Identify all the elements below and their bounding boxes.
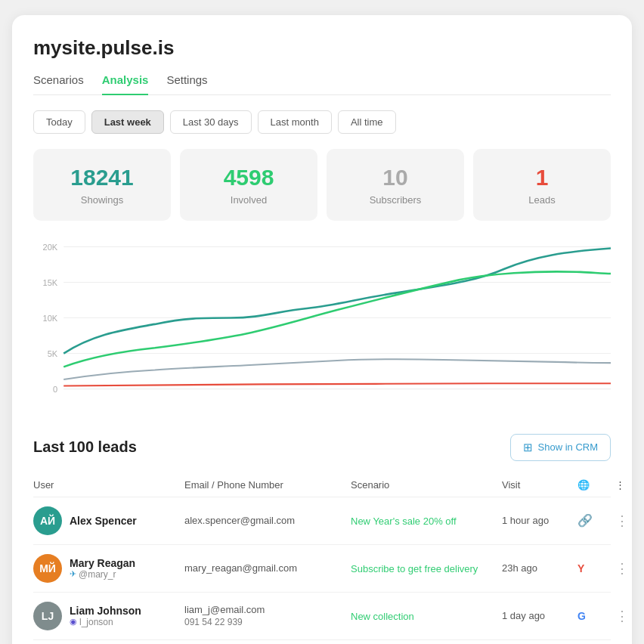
user-info-mary: Mary Reagan ✈ @mary_r (70, 557, 135, 580)
table-header: User Email / Phone Number Scenario Visit… (33, 473, 611, 497)
scenario-link-liam[interactable]: New collection (351, 611, 414, 622)
messenger-icon: ◉ (70, 617, 77, 627)
avatar-liam: LJ (33, 602, 62, 630)
svg-text:0: 0 (53, 384, 57, 393)
visit-mary: 23h ago (502, 562, 577, 574)
table-row: АЙ Alex Spencer alex.spencer@gmail.com N… (33, 497, 611, 545)
svg-text:10K: 10K (43, 313, 58, 322)
avatar-alex: АЙ (33, 506, 62, 535)
table-row: LJ Liam Johnson ◉ l_jonson liam_j@email.… (33, 593, 611, 640)
user-name-alex: Alex Spencer (70, 515, 137, 527)
tab-settings[interactable]: Settings (166, 73, 207, 95)
tab-scenarios[interactable]: Scenarios (33, 73, 84, 95)
stat-subscribers-value: 10 (339, 164, 452, 191)
avatar-mary: МЙ (33, 554, 62, 583)
col-more: ⋮ (615, 479, 638, 491)
chart: 20K 15K 10K 5K 0 (33, 239, 611, 413)
user-name-liam: Liam Johnson (70, 605, 141, 617)
crm-icon: ⊞ (523, 441, 533, 454)
show-crm-label: Show in CRM (538, 441, 598, 453)
user-cell-liam: LJ Liam Johnson ◉ l_jonson (33, 602, 184, 630)
time-filters: Today Last week Last 30 days Last month … (33, 110, 611, 134)
filter-last-month[interactable]: Last month (258, 110, 332, 134)
col-user: User (33, 479, 184, 491)
stat-showings-value: 18241 (45, 164, 159, 191)
source-liam: G (577, 610, 615, 622)
table-row: МЙ Mary Reagan ✈ @mary_r mary_reagan@gma… (33, 545, 611, 593)
filter-today[interactable]: Today (33, 110, 85, 134)
tab-analysis[interactable]: Analysis (102, 73, 149, 95)
visit-liam: 1 day ago (502, 610, 577, 621)
stat-subscribers-label: Subscribers (339, 194, 452, 206)
tabs: Scenarios Analysis Settings (33, 73, 611, 95)
stat-involved: 4598 Involved (180, 149, 317, 221)
scenario-mary[interactable]: Subscribe to get free delivery (351, 562, 502, 575)
scenario-liam[interactable]: New collection (351, 609, 502, 623)
user-cell-mary: МЙ Mary Reagan ✈ @mary_r (33, 554, 184, 583)
filter-last-week[interactable]: Last week (91, 110, 164, 134)
col-email: Email / Phone Number (184, 479, 351, 491)
email-alex: alex.spencer@gmail.com (184, 515, 351, 526)
stat-showings: 18241 Showings (33, 149, 171, 221)
stat-leads: 1 Leads (473, 149, 611, 221)
svg-text:5K: 5K (48, 348, 58, 358)
email-liam: liam_j@email.com 091 54 22 939 (184, 604, 351, 627)
filter-last-30[interactable]: Last 30 days (170, 110, 252, 134)
stat-leads-value: 1 (485, 164, 599, 191)
user-handle-mary: ✈ @mary_r (70, 569, 135, 580)
col-source: 🌐 (577, 479, 615, 491)
col-visit: Visit (502, 479, 577, 491)
stat-involved-value: 4598 (192, 164, 305, 191)
svg-text:15K: 15K (43, 277, 58, 286)
scenario-link-alex[interactable]: New Year's sale 20% off (351, 516, 457, 527)
stat-leads-label: Leads (485, 194, 599, 206)
chart-svg: 20K 15K 10K 5K 0 (33, 239, 611, 413)
more-liam[interactable]: ⋮ (615, 608, 638, 624)
svg-text:20K: 20K (43, 242, 58, 251)
scenario-link-mary[interactable]: Subscribe to get free delivery (351, 563, 478, 574)
more-alex[interactable]: ⋮ (615, 512, 638, 529)
user-info-liam: Liam Johnson ◉ l_jonson (70, 605, 141, 627)
telegram-icon: ✈ (70, 569, 76, 579)
user-info-alex: Alex Spencer (70, 515, 137, 527)
scenario-alex[interactable]: New Year's sale 20% off (351, 514, 502, 528)
user-name-mary: Mary Reagan (70, 557, 135, 569)
source-alex: 🔗 (577, 513, 615, 528)
main-card: mysite.pulse.is Scenarios Analysis Setti… (12, 15, 632, 644)
stat-subscribers: 10 Subscribers (327, 149, 464, 221)
show-in-crm-button[interactable]: ⊞ Show in CRM (510, 434, 611, 461)
leads-section: Last 100 leads ⊞ Show in CRM User Email … (33, 434, 611, 640)
leads-header: Last 100 leads ⊞ Show in CRM (33, 434, 611, 461)
visit-alex: 1 hour ago (502, 515, 577, 526)
col-scenario: Scenario (351, 479, 502, 491)
source-mary: Y (577, 562, 615, 574)
stat-showings-label: Showings (45, 194, 159, 206)
stats-grid: 18241 Showings 4598 Involved 10 Subscrib… (33, 149, 611, 221)
more-mary[interactable]: ⋮ (615, 560, 638, 577)
user-handle-liam: ◉ l_jonson (70, 617, 141, 627)
filter-all-time[interactable]: All time (338, 110, 396, 134)
stat-involved-label: Involved (192, 194, 305, 206)
email-mary: mary_reagan@gmail.com (184, 562, 351, 574)
user-cell-alex: АЙ Alex Spencer (33, 506, 184, 535)
site-title: mysite.pulse.is (33, 36, 611, 60)
leads-title: Last 100 leads (33, 438, 137, 456)
globe-icon: 🌐 (577, 479, 590, 491)
